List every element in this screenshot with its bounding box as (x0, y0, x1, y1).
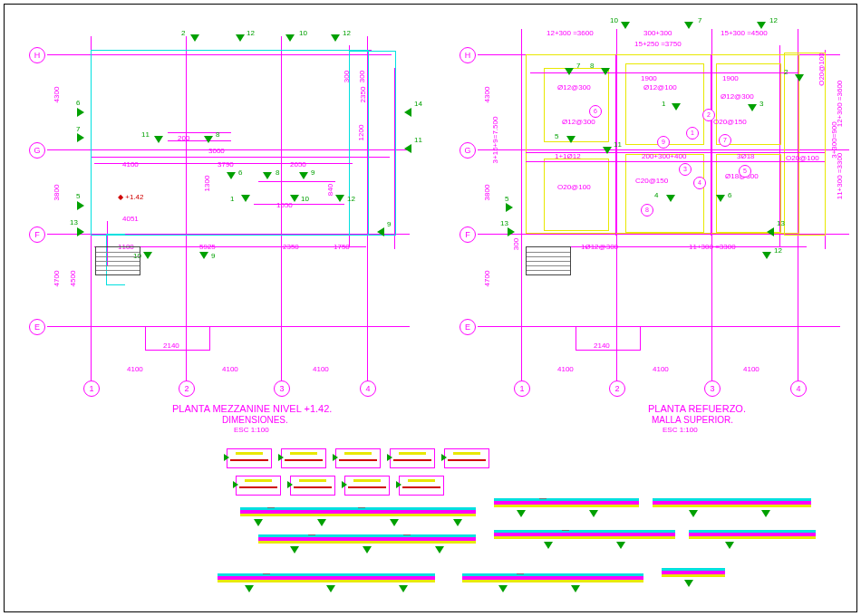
grid-bubble-F: F (29, 226, 45, 243)
section-num: 7 (576, 62, 580, 70)
grid-bubble-3: 3 (274, 380, 290, 397)
section-detail (344, 476, 390, 496)
stairs (526, 246, 571, 275)
section-detail (399, 476, 444, 496)
dim-text: 15+300 =4500 (721, 29, 768, 37)
section-arrow-icon (236, 34, 245, 42)
dim-text: 3800 (53, 185, 61, 201)
section-arrow-icon (767, 227, 774, 236)
section-arrow-icon (571, 585, 580, 592)
section-arrow-icon (363, 546, 372, 553)
section-arrow-icon (404, 144, 411, 153)
gridline-1 (521, 29, 522, 380)
dim-text: 4300 (483, 87, 491, 103)
beam-detail (494, 498, 639, 507)
dim-text: 300+300 (643, 29, 672, 37)
dim-text: 4100 (122, 160, 139, 168)
section-arrow-icon (263, 172, 272, 179)
dim-text: 1200 (357, 125, 365, 141)
grid-bubble-H: H (29, 47, 45, 63)
section-num: 10 (301, 195, 309, 203)
section-detail (281, 448, 326, 468)
grid-bubble-4: 4 (360, 380, 376, 397)
section-arrow-icon (621, 22, 630, 29)
rebar-mark: — (517, 569, 524, 577)
gridline-E (478, 326, 840, 327)
rebar-note: Ø12@300 (721, 92, 754, 101)
rebar-mark: — (539, 494, 547, 502)
dimline (168, 132, 231, 133)
rebar-note: O20@100 (786, 154, 819, 162)
plan-mezzanine: H G F E 1 2 3 4 4300 3800 4700 4500 4100… (27, 18, 444, 444)
callout: 4 (693, 177, 706, 189)
slab-outline (91, 50, 369, 236)
rebar-note: 12+300 =3600 (836, 81, 844, 128)
beam-detail (662, 568, 725, 577)
section-num: 2 (181, 29, 185, 37)
section-num: 1 (230, 195, 234, 203)
section-arrow-icon (544, 542, 553, 549)
section-num: 5 (76, 192, 80, 200)
rebar-note: Ø12@100 (643, 83, 677, 91)
dim-text: 4100 (222, 365, 238, 373)
rebar-note: 1900 (722, 74, 739, 82)
section-num: 12 (347, 195, 355, 203)
rebar-strip (625, 154, 704, 233)
section-arrow-icon (199, 252, 208, 259)
section-num: 1 (662, 100, 665, 108)
rebar-mark: — (267, 503, 275, 511)
plan-title: PLANTA REFUERZO. (648, 403, 746, 414)
section-num: 13 (70, 218, 78, 226)
dim-text: 4100 (743, 365, 759, 373)
section-arrow-icon (616, 542, 625, 549)
section-num: 12 (769, 16, 778, 24)
callout: 5 (739, 165, 751, 178)
dim-text: 300 (512, 238, 520, 250)
dim-text: 4500 (69, 271, 77, 287)
rebar-note: O20@150 (713, 118, 747, 126)
section-num: 9 (387, 220, 391, 228)
section-arrow-icon (77, 201, 84, 210)
callout: 6 (589, 105, 602, 118)
rebar-note: 1+1Ø12 (555, 152, 581, 160)
opening (576, 326, 641, 351)
section-arrow-icon (317, 519, 326, 526)
dimline (254, 204, 344, 205)
section-arrow-icon (508, 227, 515, 236)
rebar-note: 1Ø12@300 (581, 243, 618, 251)
section-arrow-icon (404, 108, 411, 117)
section-num: 9 (211, 252, 215, 260)
section-num: 13 (500, 219, 508, 227)
section-arrow-icon (335, 195, 344, 202)
section-arrow-icon (689, 510, 698, 517)
rebar-note: 3Ø18 (737, 152, 755, 160)
dim-text: 4100 (653, 365, 669, 373)
section-arrow-icon (326, 585, 335, 592)
dim-text: 4700 (53, 271, 61, 287)
section-arrow-icon (506, 203, 513, 212)
callout: 2 (702, 109, 715, 121)
section-arrow-icon (761, 510, 770, 517)
plan-subtitle: DIMENSIONES. (222, 415, 288, 425)
rebar-note: C20@150 (635, 177, 668, 185)
section-arrow-icon (498, 585, 508, 592)
rebar-mark: — (263, 569, 270, 577)
section-arrow-icon (245, 585, 254, 592)
section-num: 6 (728, 191, 731, 199)
section-arrow-icon (290, 546, 299, 553)
section-arrow-icon (517, 510, 526, 517)
section-arrow-icon (565, 68, 574, 75)
section-num: 7 (76, 125, 80, 133)
grid-bubble-H: H (460, 47, 476, 63)
rebar-note: Ø12@300 (557, 83, 591, 91)
section-arrow-icon (684, 22, 693, 29)
dim-text: 15+250 =3750 (634, 40, 682, 48)
callout: 7 (719, 134, 731, 147)
section-arrow-icon (757, 22, 766, 29)
section-arrow-icon (285, 34, 295, 42)
plan-scale: ESC 1:100 (234, 426, 269, 434)
section-arrow-icon (290, 195, 299, 202)
rebar-note: O20@100 (557, 183, 591, 191)
rebar-mark: — (562, 525, 569, 534)
plan-refuerzo: H G F E 1 2 3 4 4300 3800 4700 3+15+9=7.… (458, 18, 856, 444)
